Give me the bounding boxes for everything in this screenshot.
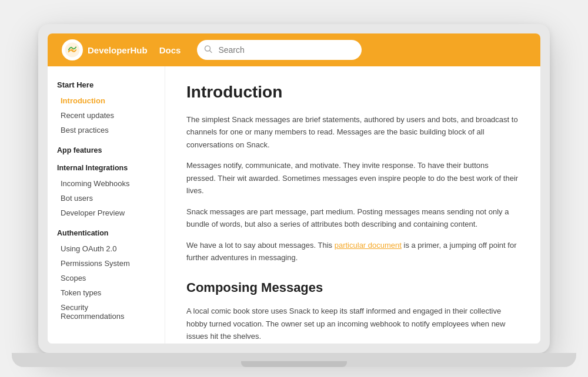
header: DeveloperHub Docs xyxy=(48,33,540,66)
sidebar-item-scopes[interactable]: Scopes xyxy=(57,271,155,285)
docs-link[interactable]: Docs xyxy=(159,45,181,55)
page-title: Introduction xyxy=(186,83,519,102)
start-here-title: Start Here xyxy=(57,80,155,89)
logo-icon xyxy=(62,39,83,60)
paragraph-3: Snack messages are part message, part me… xyxy=(186,206,519,231)
search-icon xyxy=(204,45,212,55)
search-container xyxy=(197,40,362,60)
sidebar-item-incoming-webhooks[interactable]: Incoming Webhooks xyxy=(57,177,155,190)
sidebar: Start Here Introduction Recent updates B… xyxy=(48,66,165,344)
sidebar-item-best-practices[interactable]: Best practices xyxy=(57,123,155,137)
paragraph-4: We have a lot to say about messages. Thi… xyxy=(186,239,519,264)
sidebar-item-developer-preview[interactable]: Developer Preview xyxy=(57,206,155,220)
composing-paragraph-1: A local comic book store uses Snack to k… xyxy=(186,305,519,342)
paragraph-2: Messages notify, communicate, and motiva… xyxy=(186,159,519,197)
laptop-base xyxy=(12,353,576,367)
section-composing-title: Composing Messages xyxy=(186,280,519,295)
logo-area: DeveloperHub xyxy=(62,39,148,60)
internal-integrations-title: Internal Integrations xyxy=(57,164,155,172)
svg-line-3 xyxy=(210,51,212,53)
sidebar-item-permissions[interactable]: Permissions System xyxy=(57,257,155,270)
brand-name: DeveloperHub xyxy=(88,45,148,55)
sidebar-item-token-types[interactable]: Token types xyxy=(57,286,155,299)
content-area: Introduction The simplest Snack messages… xyxy=(165,66,540,344)
sidebar-item-security[interactable]: Security Recommendations xyxy=(57,301,155,323)
sidebar-item-introduction[interactable]: Introduction xyxy=(57,94,155,107)
svg-point-1 xyxy=(71,49,74,52)
main-area: Start Here Introduction Recent updates B… xyxy=(48,66,540,344)
sidebar-item-oauth[interactable]: Using OAuth 2.0 xyxy=(57,242,155,255)
sidebar-item-recent-updates[interactable]: Recent updates xyxy=(57,109,155,122)
paragraph-4-before: We have a lot to say about messages. Thi… xyxy=(186,241,335,250)
search-input[interactable] xyxy=(197,40,362,60)
app-features-title: App features xyxy=(57,146,155,154)
authentication-title: Authentication xyxy=(57,229,155,237)
particular-document-link[interactable]: particular document xyxy=(335,241,402,250)
sidebar-item-bot-users[interactable]: Bot users xyxy=(57,191,155,205)
paragraph-1: The simplest Snack messages are brief st… xyxy=(186,113,519,151)
